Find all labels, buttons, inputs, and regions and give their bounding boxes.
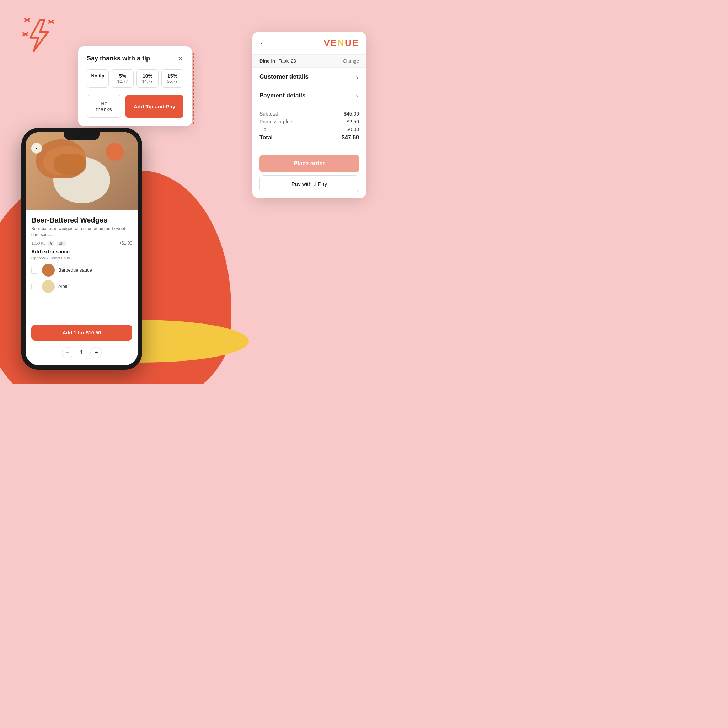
tip-option-no-tip[interactable]: No tip bbox=[87, 69, 109, 88]
phone-option-checkbox-aioli[interactable] bbox=[31, 283, 38, 290]
customer-details-chevron: ∨ bbox=[355, 74, 359, 80]
subtotal-label: Subtotal bbox=[260, 111, 278, 116]
phone-notch bbox=[64, 132, 99, 140]
total-row: Total $47.50 bbox=[260, 135, 359, 141]
phone-qty-bar: − 1 + bbox=[31, 347, 132, 358]
order-panel: ← VENUE Dine-in Table 23 Change Customer… bbox=[252, 32, 366, 198]
phone-screen: ‹ Beer-Battered Wedges Beer-battered wed… bbox=[26, 132, 138, 366]
phone-container: ‹ Beer-Battered Wedges Beer-battered wed… bbox=[21, 128, 156, 384]
tip-option-5pct[interactable]: 5% $2.77 bbox=[112, 69, 134, 88]
dine-in-label: Dine-in bbox=[260, 58, 275, 64]
pay-with-text: Pay with bbox=[292, 181, 312, 187]
tip-10pct-label: 10% bbox=[139, 73, 156, 79]
apple-pay-text: Pay bbox=[318, 181, 327, 187]
phone-badge-gf: GF bbox=[57, 241, 66, 246]
phone-food-sauce bbox=[106, 143, 124, 161]
tip-modal-header: Say thanks with a tip ✕ bbox=[87, 55, 184, 62]
tip-15pct-label: 15% bbox=[164, 73, 181, 79]
dashed-connector-line bbox=[192, 90, 238, 90]
phone-extra-sauce-sub: Optional • Select up to 3 bbox=[31, 256, 132, 260]
add-tip-pay-button[interactable]: Add Tip and Pay bbox=[125, 95, 184, 118]
processing-fee-value: $2.50 bbox=[347, 119, 359, 124]
tip-10pct-amount: $4.77 bbox=[139, 79, 156, 84]
subtotal-row: Subtotal $45.00 bbox=[260, 111, 359, 116]
phone-food-image bbox=[26, 132, 138, 210]
tip-options-group: No tip 5% $2.77 10% $4.77 15% $6.77 bbox=[87, 69, 184, 88]
apple-pay-button[interactable]: Pay with  Pay bbox=[260, 175, 359, 192]
phone-back-button[interactable]: ‹ bbox=[31, 143, 42, 154]
processing-fee-row: Processing fee $2.50 bbox=[260, 119, 359, 124]
phone-option-aioli: Aioli bbox=[31, 280, 132, 293]
order-back-button[interactable]: ← bbox=[260, 40, 266, 47]
tip-option-15pct[interactable]: 15% $6.77 bbox=[161, 69, 184, 88]
phone-option-img-barbeque bbox=[42, 264, 55, 277]
qty-plus-button[interactable]: + bbox=[90, 347, 102, 358]
venue-logo: VENUE bbox=[323, 38, 359, 49]
tip-5pct-amount: $2.77 bbox=[114, 79, 131, 84]
tip-close-button[interactable]: ✕ bbox=[177, 55, 184, 62]
phone-option-barbeque: Barbeque sauce bbox=[31, 264, 132, 277]
phone-badges: 1250 KJ V GF +$1.00 bbox=[31, 241, 132, 246]
no-tip-label: No tip bbox=[89, 73, 106, 78]
apple-logo-icon:  bbox=[314, 180, 316, 187]
tip-15pct-amount: $6.77 bbox=[164, 79, 181, 84]
payment-details-title: Payment details bbox=[260, 92, 305, 99]
table-label: Table 23 bbox=[279, 58, 296, 64]
phone-frame: ‹ Beer-Battered Wedges Beer-battered wed… bbox=[21, 128, 142, 370]
dine-in-text: Dine-in Table 23 bbox=[260, 58, 296, 64]
processing-fee-label: Processing fee bbox=[260, 119, 292, 124]
dine-in-bar: Dine-in Table 23 Change bbox=[252, 55, 366, 67]
phone-add-button[interactable]: Add 1 for $10.50 bbox=[31, 325, 132, 341]
phone-option-name-aioli: Aioli bbox=[58, 284, 67, 289]
payment-details-row[interactable]: Payment details ∨ bbox=[252, 86, 366, 105]
phone-item-desc: Beer-battered wedges with sour cream and… bbox=[31, 226, 132, 238]
phone-badge-v: V bbox=[47, 241, 54, 246]
phone-price-badge: +$1.00 bbox=[119, 241, 132, 246]
phone-extra-sauce-label: Add extra sauce bbox=[31, 249, 132, 254]
subtotal-value: $45.00 bbox=[344, 111, 359, 116]
dashed-border-right-tip bbox=[193, 53, 194, 124]
qty-minus-button[interactable]: − bbox=[62, 347, 73, 358]
tip-modal: Say thanks with a tip ✕ No tip 5% $2.77 … bbox=[78, 46, 192, 126]
tip-row: Tip $0.00 bbox=[260, 127, 359, 132]
phone-option-img-aioli bbox=[42, 280, 55, 293]
place-order-button[interactable]: Place order bbox=[260, 154, 359, 173]
tip-option-10pct[interactable]: 10% $4.77 bbox=[136, 69, 159, 88]
change-button[interactable]: Change bbox=[343, 58, 359, 64]
payment-details-chevron: ∨ bbox=[355, 93, 359, 98]
lightning-icon bbox=[21, 18, 57, 55]
qty-value: 1 bbox=[80, 349, 84, 356]
customer-details-row[interactable]: Customer details ∨ bbox=[252, 67, 366, 86]
tip-value: $0.00 bbox=[347, 127, 359, 132]
phone-kj: 1250 KJ bbox=[31, 241, 46, 245]
total-label: Total bbox=[260, 135, 273, 141]
tip-5pct-label: 5% bbox=[114, 73, 131, 79]
order-panel-header: ← VENUE bbox=[252, 32, 366, 55]
phone-item-name: Beer-Battered Wedges bbox=[31, 216, 132, 224]
price-breakdown: Subtotal $45.00 Processing fee $2.50 Tip… bbox=[252, 105, 366, 149]
customer-details-title: Customer details bbox=[260, 73, 309, 80]
tip-modal-title: Say thanks with a tip bbox=[87, 55, 150, 62]
total-value: $47.50 bbox=[342, 135, 359, 141]
tip-actions: No thanks Add Tip and Pay bbox=[87, 95, 184, 118]
tip-label: Tip bbox=[260, 127, 266, 132]
phone-option-checkbox-barbeque[interactable] bbox=[31, 267, 38, 274]
food-detail-2 bbox=[54, 154, 86, 175]
no-thanks-button[interactable]: No thanks bbox=[87, 95, 121, 118]
phone-option-name-barbeque: Barbeque sauce bbox=[58, 267, 92, 273]
phone-content: Beer-Battered Wedges Beer-battered wedge… bbox=[26, 210, 138, 302]
